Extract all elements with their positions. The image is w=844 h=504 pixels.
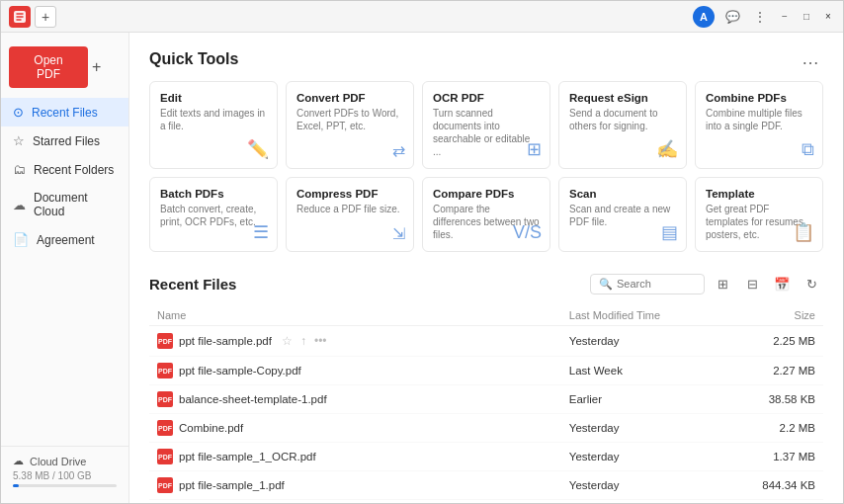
- file-size: 844.34 KB: [711, 471, 823, 500]
- table-row[interactable]: PDF ppt file-sample_1.pdf Yesterday 844.…: [149, 471, 823, 500]
- sidebar-plus-button[interactable]: +: [92, 58, 101, 76]
- file-icon: PDF: [157, 333, 173, 349]
- sidebar-item-recent-files[interactable]: ⊙ Recent Files: [1, 98, 128, 126]
- tool-batch-pdfs[interactable]: Batch PDFs Batch convert, create, print,…: [149, 177, 278, 252]
- file-icon: PDF: [157, 420, 173, 436]
- more-icon[interactable]: •••: [312, 332, 329, 350]
- table-row[interactable]: PDF ppt file-sample_OCR.pdf Yesterday 3.…: [149, 500, 823, 504]
- table-row[interactable]: PDF ppt file-sample.pdf ☆ ↑ ••• Yesterda…: [149, 326, 823, 357]
- tool-template[interactable]: Template Get great PDF templates for res…: [695, 177, 823, 252]
- tool-desc: Turn scanned documents into searchable o…: [433, 107, 540, 158]
- upload-icon[interactable]: ↑: [298, 332, 308, 350]
- list-view-button[interactable]: ⊟: [740, 272, 764, 295]
- file-size: 2.27 MB: [711, 357, 823, 385]
- table-row[interactable]: PDF ppt file-sample_1_OCR.pdf Yesterday …: [149, 443, 823, 471]
- grid-view-button[interactable]: ⊞: [711, 272, 734, 295]
- file-modified: Yesterday: [561, 443, 712, 471]
- file-modified: Yesterday: [561, 471, 712, 500]
- scan-icon: ▤: [661, 221, 678, 243]
- tool-desc: Batch convert, create, print, OCR PDFs, …: [160, 203, 267, 228]
- tool-convert-pdf[interactable]: Convert PDF Convert PDFs to Word, Excel,…: [286, 81, 414, 169]
- more-icon[interactable]: ⋮: [750, 7, 770, 27]
- file-name: ppt file-sample-Copy.pdf: [179, 365, 301, 377]
- sidebar-item-label: Recent Files: [32, 106, 98, 120]
- tool-scan[interactable]: Scan Scan and create a new PDF file. ▤: [558, 177, 687, 252]
- agreement-icon: 📄: [13, 232, 29, 247]
- tools-grid: Edit Edit texts and images in a file. ✏️…: [149, 81, 823, 252]
- cloud-drive-label: ☁ Cloud Drive: [13, 455, 117, 467]
- tool-edit[interactable]: Edit Edit texts and images in a file. ✏️: [149, 81, 278, 169]
- tool-compare-pdfs[interactable]: Compare PDFs Compare the differences bet…: [422, 177, 550, 252]
- user-avatar-icon[interactable]: A: [693, 6, 715, 28]
- file-size: 3.14 MB: [711, 500, 823, 504]
- file-name-cell: PDF ppt file-sample_1.pdf: [149, 471, 561, 500]
- tool-title: Edit: [160, 92, 267, 104]
- file-name: balance-sheet-template-1.pdf: [179, 393, 327, 405]
- tool-title: Combine PDFs: [706, 92, 812, 104]
- sidebar: Open PDF + ⊙ Recent Files ☆ Starred File…: [1, 33, 129, 503]
- sidebar-item-agreement[interactable]: 📄 Agreement: [1, 225, 128, 254]
- tool-desc: Edit texts and images in a file.: [160, 107, 267, 132]
- sidebar-item-recent-folders[interactable]: 🗂 Recent Folders: [1, 155, 128, 184]
- file-name-cell: PDF balance-sheet-template-1.pdf: [149, 385, 561, 414]
- compress-icon: ⇲: [392, 224, 405, 243]
- file-icon: PDF: [157, 477, 173, 493]
- chat-icon[interactable]: 💬: [722, 7, 742, 27]
- file-modified: Yesterday: [561, 500, 712, 504]
- table-row[interactable]: PDF ppt file-sample-Copy.pdf Last Week 2…: [149, 357, 823, 385]
- recent-actions: 🔍 ⊞ ⊟ 📅 ↻: [590, 272, 823, 295]
- table-header-row: Name Last Modified Time Size: [149, 305, 823, 326]
- table-row[interactable]: PDF balance-sheet-template-1.pdf Earlier…: [149, 385, 823, 414]
- file-name-cell: PDF ppt file-sample_1_OCR.pdf: [149, 443, 561, 471]
- recent-files-header: Recent Files 🔍 ⊞ ⊟ 📅 ↻: [149, 272, 823, 295]
- sidebar-item-starred-files[interactable]: ☆ Starred Files: [1, 126, 128, 155]
- close-button[interactable]: ×: [821, 10, 835, 24]
- file-name: ppt file-sample_1_OCR.pdf: [179, 451, 316, 462]
- tool-title: Compare PDFs: [433, 188, 540, 200]
- recent-files-title: Recent Files: [149, 276, 236, 293]
- add-tab-button[interactable]: +: [35, 6, 56, 28]
- maximize-button[interactable]: □: [800, 10, 813, 24]
- compare-icon: V/S: [513, 222, 542, 243]
- sidebar-item-document-cloud[interactable]: ☁ Document Cloud: [1, 184, 128, 225]
- tool-title: OCR PDF: [433, 92, 540, 104]
- tool-request-esign[interactable]: Request eSign Send a document to others …: [558, 81, 687, 169]
- titlebar-right: A 💬 ⋮ − □ ×: [693, 6, 835, 28]
- file-name-cell: PDF ppt file-sample-Copy.pdf: [149, 357, 561, 385]
- star-icon[interactable]: ☆: [280, 332, 295, 350]
- tool-desc: Combine multiple files into a single PDF…: [706, 107, 812, 132]
- file-table: Name Last Modified Time Size PDF ppt fil…: [149, 305, 823, 503]
- document-cloud-icon: ☁: [13, 198, 26, 212]
- file-modified: Yesterday: [561, 326, 712, 357]
- tool-title: Request eSign: [569, 92, 676, 104]
- quick-tools-title: Quick Tools: [149, 50, 238, 68]
- sidebar-top: Open PDF +: [1, 41, 128, 98]
- tool-title: Scan: [569, 188, 676, 200]
- quick-tools-more-button[interactable]: …: [798, 48, 823, 69]
- recent-files-icon: ⊙: [13, 105, 24, 120]
- file-modified: Last Week: [561, 357, 712, 385]
- tool-ocr-pdf[interactable]: OCR PDF Turn scanned documents into sear…: [422, 81, 550, 169]
- tool-title: Template: [706, 188, 812, 200]
- tool-title: Batch PDFs: [160, 188, 267, 200]
- search-input[interactable]: [617, 278, 696, 290]
- search-box: 🔍: [590, 274, 705, 294]
- tool-desc: Reduce a PDF file size.: [296, 203, 403, 215]
- tool-compress-pdf[interactable]: Compress PDF Reduce a PDF file size. ⇲: [286, 177, 414, 252]
- quick-tools-header: Quick Tools …: [149, 48, 823, 69]
- file-icon: PDF: [157, 391, 173, 407]
- col-size: Size: [711, 305, 823, 326]
- open-pdf-button[interactable]: Open PDF: [9, 46, 88, 88]
- tool-desc: Send a document to others for signing.: [569, 107, 676, 132]
- file-size: 2.25 MB: [711, 326, 823, 357]
- col-name: Name: [149, 305, 561, 326]
- refresh-button[interactable]: ↻: [800, 272, 823, 295]
- cloud-drive-progress-fill: [13, 484, 19, 487]
- minimize-button[interactable]: −: [778, 10, 792, 24]
- tool-combine-pdfs[interactable]: Combine PDFs Combine multiple files into…: [695, 81, 823, 169]
- calendar-button[interactable]: 📅: [770, 272, 794, 295]
- table-row[interactable]: PDF Combine.pdf Yesterday 2.2 MB: [149, 414, 823, 443]
- file-modified: Earlier: [561, 385, 712, 414]
- file-actions: ☆ ↑ •••: [280, 332, 329, 350]
- sidebar-item-label: Document Cloud: [34, 191, 117, 218]
